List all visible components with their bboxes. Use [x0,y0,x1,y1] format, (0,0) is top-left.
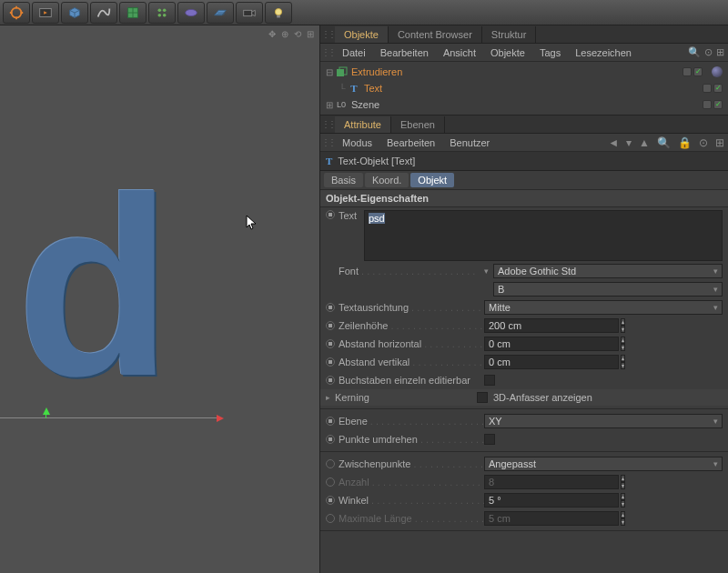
tab-attribute[interactable]: Attribute [335,116,391,133]
expand-icon[interactable]: ⊞ [716,46,724,58]
menu-objects[interactable]: Objekte [483,47,532,58]
material-tag-icon[interactable] [712,66,723,77]
svg-rect-9 [244,10,252,15]
light-btn[interactable] [265,2,292,24]
deformer-btn[interactable] [177,2,205,24]
expand-icon[interactable]: ⊞ [715,136,724,149]
cube-btn[interactable] [61,2,88,24]
spinner: ▴▾ [621,511,625,526]
anim-radio[interactable] [326,478,335,487]
vp-move-icon[interactable]: ✥ [268,29,276,39]
menu-view[interactable]: Ansicht [436,47,483,58]
vis-render-dot[interactable] [713,84,723,93]
grip-icon[interactable] [320,117,335,132]
render-btn[interactable] [32,2,59,24]
editable-checkbox[interactable] [484,375,495,386]
anim-radio[interactable] [326,357,335,367]
search-icon[interactable]: 🔍 [688,46,701,58]
font-weight-select[interactable]: B [493,282,723,297]
menu-mode[interactable]: Modus [335,137,379,148]
spinner[interactable]: ▴▾ [621,355,625,369]
anim-radio[interactable] [326,210,335,219]
anim-radio[interactable] [326,339,335,348]
prop-font: Font ▾ Adobe Gothic Std [320,262,728,280]
hierarchy-row-scene[interactable]: ⊞ L0 Szene [320,96,728,113]
vis-editor-dot[interactable] [703,84,712,93]
nav-up-icon[interactable]: ▲ [639,136,650,149]
svg-point-5 [163,8,167,12]
anim-radio[interactable] [326,376,335,385]
prop-kerning: ▸ Kerning 3D-Anfasser anzeigen [320,389,728,406]
menu-file[interactable]: Datei [335,47,373,58]
anim-radio[interactable] [326,303,335,312]
menu-tags[interactable]: Tags [532,47,568,58]
viewport-canvas[interactable]: d [0,45,319,573]
vp-rotate-icon[interactable]: ⟲ [294,29,301,39]
spinner[interactable]: ▴▾ [621,493,625,508]
font-select[interactable]: Adobe Gothic Std [493,264,723,278]
tab-objects[interactable]: Objekte [335,26,389,43]
subtab-object[interactable]: Objekt [410,173,454,187]
vis-render-dot[interactable] [693,67,703,76]
vp-layout-icon[interactable]: ⊞ [307,29,314,39]
grip-icon[interactable] [320,136,335,150]
prop-label: Punkte umdrehen [339,434,484,445]
anim-radio[interactable] [326,321,335,330]
anim-radio[interactable] [326,496,335,505]
spline-btn[interactable] [90,2,117,24]
nav-dropdown-icon[interactable]: ▾ [626,136,632,149]
flip-checkbox[interactable] [484,434,495,445]
anim-radio[interactable] [326,417,335,426]
prop-vspacing: Abstand vertikal ▴▾ [320,353,728,371]
anim-radio[interactable] [326,435,335,444]
hierarchy-row-text[interactable]: └ T Text [320,80,728,96]
lock-icon[interactable]: 🔒 [678,136,692,149]
nurbs-btn[interactable] [119,2,147,24]
prop-label: 3D-Anfasser anzeigen [493,392,592,403]
subtab-coord[interactable]: Koord. [365,173,409,187]
anim-radio[interactable] [326,514,335,523]
grip-icon[interactable] [320,45,335,60]
vis-render-dot[interactable] [713,100,723,109]
lineheight-input[interactable] [484,318,619,333]
interp-select[interactable]: Angepasst [484,457,723,471]
grip-icon[interactable] [320,27,335,42]
eye-icon[interactable]: ⊙ [704,46,713,58]
camera-btn[interactable] [236,2,263,24]
array-btn[interactable] [148,2,176,24]
spinner[interactable]: ▴▾ [621,318,625,333]
vspacing-input[interactable] [484,355,619,369]
3d-text-object[interactable]: d [16,191,172,382]
align-select[interactable]: Mitte [484,300,723,315]
tab-layers[interactable]: Ebenen [391,116,445,133]
subtab-basic[interactable]: Basis [324,173,363,187]
text-input[interactable]: psd [364,210,723,261]
show3d-checkbox[interactable] [477,392,488,403]
expand-triangle-icon[interactable]: ▸ [326,393,335,402]
plane-select[interactable]: XY [484,414,723,428]
vp-zoom-icon[interactable]: ⊕ [281,29,288,39]
hierarchy-row-extrude[interactable]: ⊟ Extrudieren [320,64,728,80]
nav-back-icon[interactable]: ◄ [608,136,619,149]
search-icon[interactable]: 🔍 [657,136,671,149]
vis-editor-dot[interactable] [682,67,692,76]
floor-btn[interactable] [207,2,234,24]
prop-font-weight: B [320,280,728,298]
font-dropdown-icon[interactable]: ▾ [484,266,493,276]
spinner[interactable]: ▴▾ [621,337,625,351]
tab-content-browser[interactable]: Content Browser [389,26,482,43]
tree-collapse-icon[interactable]: ⊟ [324,67,335,77]
settings-btn[interactable] [3,2,30,24]
angle-input[interactable] [484,493,619,508]
menu-edit[interactable]: Bearbeiten [379,137,442,148]
hspacing-input[interactable] [484,337,619,351]
tree-expand-icon[interactable]: ⊞ [324,100,335,110]
menu-user[interactable]: Benutzer [442,137,497,148]
new-icon[interactable]: ⊙ [699,136,708,149]
menu-bookmarks[interactable]: Lesezeichen [568,47,639,58]
viewport[interactable]: ✥ ⊕ ⟲ ⊞ d [0,25,320,573]
tab-structure[interactable]: Struktur [482,26,537,43]
vis-editor-dot[interactable] [703,100,712,109]
anim-radio[interactable] [326,459,335,468]
menu-edit[interactable]: Bearbeiten [373,47,436,58]
